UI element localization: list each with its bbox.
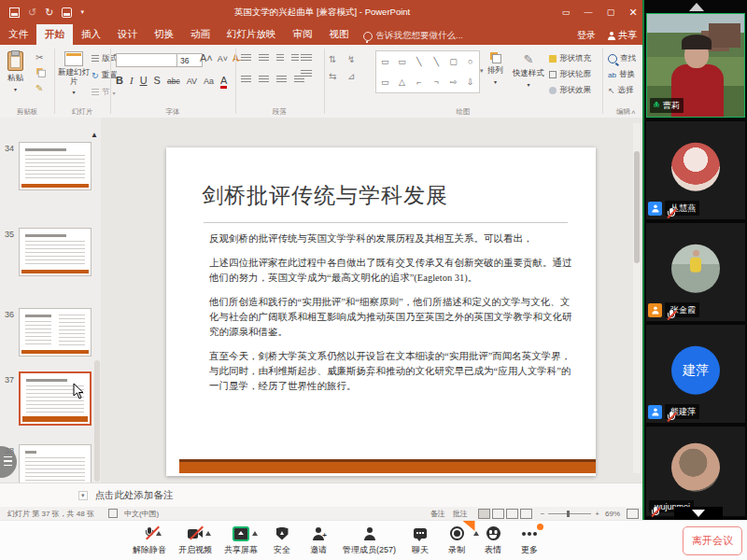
redo-icon[interactable]: ↻ bbox=[45, 7, 53, 19]
align-left-icon[interactable] bbox=[241, 76, 251, 84]
scroll-up-icon[interactable] bbox=[689, 3, 704, 11]
strikethrough-button[interactable]: abc bbox=[167, 77, 180, 86]
italic-button[interactable]: I bbox=[130, 75, 134, 86]
tab-insert[interactable]: 插入 bbox=[73, 24, 109, 45]
shape-fill-button[interactable]: 形状填充 bbox=[549, 53, 591, 64]
comments-toggle[interactable]: 批注 bbox=[453, 509, 468, 519]
change-case-button[interactable]: Aa bbox=[204, 77, 214, 86]
video-tile-4[interactable]: 建萍 熊建萍 bbox=[646, 325, 745, 423]
paste-button[interactable]: 粘贴 ▾ bbox=[7, 51, 23, 92]
reading-view-icon[interactable] bbox=[506, 509, 518, 519]
tab-design[interactable]: 设计 bbox=[109, 24, 146, 45]
zoom-out-icon[interactable]: − bbox=[541, 510, 545, 518]
ribbon-options-icon[interactable]: ▭ bbox=[555, 0, 577, 24]
minimize-icon[interactable]: — bbox=[577, 0, 599, 24]
tab-file[interactable]: 文件 bbox=[0, 24, 36, 45]
leave-meeting-button[interactable]: 离开会议 bbox=[683, 526, 742, 555]
unmute-button[interactable]: 解除静音 bbox=[133, 525, 166, 556]
bullets-icon[interactable] bbox=[241, 54, 251, 63]
new-slide-button[interactable]: 新建幻灯片 ▾ bbox=[58, 51, 90, 95]
slide-sorter-view-icon[interactable] bbox=[492, 509, 504, 519]
manage-members-button[interactable]: 管理成员(257) bbox=[343, 525, 396, 556]
tab-view[interactable]: 视图 bbox=[321, 24, 358, 45]
tab-slideshow[interactable]: 幻灯片放映 bbox=[218, 24, 285, 45]
shapes-gallery[interactable]: ▭▭ ╲╲ ▢○ ▭△ ⌐¬ ⇨⇩ bbox=[375, 50, 480, 93]
slide-scrollbar[interactable] bbox=[633, 123, 641, 473]
quick-styles-button[interactable]: ✎ 快速样式 ▾ bbox=[512, 52, 545, 88]
shape-effects-button[interactable]: 形状效果 bbox=[549, 85, 591, 96]
tab-review[interactable]: 审阅 bbox=[285, 24, 321, 45]
mic-options-caret[interactable] bbox=[156, 531, 162, 536]
notes-pane[interactable]: ▾ 点击此处添加备注 bbox=[0, 483, 644, 508]
increase-indent-icon[interactable] bbox=[291, 54, 299, 63]
font-name-combobox[interactable] bbox=[116, 53, 179, 67]
restore-icon[interactable]: ▢ bbox=[599, 0, 622, 24]
more-button[interactable]: 更多 bbox=[517, 525, 542, 556]
video-options-caret[interactable] bbox=[205, 531, 211, 536]
underline-button[interactable]: U bbox=[140, 75, 148, 86]
align-center-icon[interactable] bbox=[259, 76, 269, 84]
columns-icon[interactable]: ⇅ bbox=[329, 54, 336, 64]
fit-to-window-icon[interactable] bbox=[627, 509, 639, 519]
decrease-font-icon[interactable]: A˅ bbox=[218, 54, 228, 63]
security-button[interactable]: 安全 bbox=[270, 525, 294, 556]
zoom-in-icon[interactable]: + bbox=[595, 510, 599, 518]
slide-thumbnail-panel[interactable]: ▲ 34 35 36 37 38 bbox=[0, 118, 102, 483]
sign-in-button[interactable]: 登录 bbox=[577, 29, 596, 42]
shapes-more-icon[interactable]: ▾ bbox=[480, 67, 484, 75]
font-size-combobox[interactable]: 36 bbox=[176, 53, 203, 67]
language-indicator[interactable]: 中文(中国) bbox=[124, 509, 159, 519]
align-text-icon[interactable] bbox=[301, 70, 312, 78]
thumbnail-scrollbar[interactable] bbox=[94, 360, 100, 482]
thumbnail-slide-38[interactable] bbox=[19, 444, 92, 483]
chat-button[interactable]: 聊天 bbox=[408, 525, 432, 556]
paste-dropdown-icon[interactable]: ▾ bbox=[14, 86, 17, 92]
bold-button[interactable]: B bbox=[116, 75, 123, 86]
invite-button[interactable]: + 邀请 bbox=[306, 525, 331, 556]
character-spacing-button[interactable]: AV bbox=[187, 77, 197, 86]
collapse-ribbon-icon[interactable]: ˄ bbox=[631, 108, 636, 117]
tab-transitions[interactable]: 切换 bbox=[146, 24, 182, 45]
notes-toggle[interactable]: 备注 bbox=[430, 509, 445, 519]
arrange-button[interactable]: 排列 ▾ bbox=[487, 52, 503, 85]
undo-icon[interactable]: ↺ bbox=[28, 7, 36, 19]
replace-button[interactable]: ab替换 bbox=[608, 69, 636, 80]
decrease-indent-icon[interactable] bbox=[276, 54, 284, 63]
normal-view-icon[interactable] bbox=[478, 509, 490, 519]
thumb-scroll-up-icon[interactable]: ▲ bbox=[91, 131, 98, 139]
zoom-slider[interactable] bbox=[548, 513, 591, 514]
tell-me-box[interactable]: 告诉我您想要做什么... bbox=[363, 30, 463, 42]
copy-icon[interactable] bbox=[36, 68, 46, 77]
record-button[interactable]: 录制 bbox=[444, 525, 469, 556]
rotate-icon[interactable]: ↯ bbox=[347, 54, 355, 64]
order-icon[interactable]: ⊿ bbox=[347, 71, 355, 81]
thumbnail-slide-35[interactable] bbox=[19, 228, 92, 276]
close-icon[interactable]: ✕ bbox=[622, 0, 644, 24]
thumbnail-slide-36[interactable] bbox=[19, 308, 92, 357]
qat-customize-icon[interactable]: ▾ bbox=[80, 8, 84, 16]
zoom-level[interactable]: 69% bbox=[605, 510, 620, 518]
video-tile-2[interactable]: 丛慧燕 bbox=[646, 121, 745, 219]
current-slide-canvas[interactable]: 剑桥批评传统与学科发展 反观剑桥的批评传统与英国文学学科的发展历程及其相互关系。… bbox=[166, 147, 596, 476]
emoji-button[interactable]: 表情 bbox=[481, 525, 505, 556]
find-button[interactable]: 查找 bbox=[608, 53, 636, 64]
cut-icon[interactable]: ✂ bbox=[35, 52, 47, 63]
align-right-icon[interactable] bbox=[276, 76, 287, 84]
share-button[interactable]: 共享 bbox=[607, 29, 637, 42]
record-options-caret[interactable] bbox=[473, 531, 479, 536]
video-tile-1[interactable]: 曹莉 bbox=[646, 13, 745, 118]
font-color-button[interactable]: A bbox=[220, 76, 227, 89]
collapse-sidebar-button[interactable] bbox=[674, 507, 723, 520]
slideshow-icon[interactable] bbox=[62, 7, 72, 18]
text-direction-icon[interactable] bbox=[301, 54, 312, 63]
video-tile-5[interactable]: wujunmei bbox=[646, 427, 745, 516]
shape-outline-button[interactable]: 形状轮廓 bbox=[549, 69, 591, 80]
smartart-icon[interactable]: ⇆ bbox=[329, 71, 336, 81]
video-tile-3[interactable]: 张金霞 bbox=[646, 223, 745, 321]
share-screen-button[interactable]: 共享屏幕 bbox=[224, 525, 258, 556]
numbering-icon[interactable] bbox=[259, 54, 269, 63]
notes-collapse-icon[interactable]: ▾ bbox=[78, 491, 88, 500]
select-button[interactable]: ↖选择 bbox=[608, 85, 636, 96]
tab-animations[interactable]: 动画 bbox=[182, 24, 218, 45]
format-painter-icon[interactable]: ✎ bbox=[35, 83, 47, 93]
